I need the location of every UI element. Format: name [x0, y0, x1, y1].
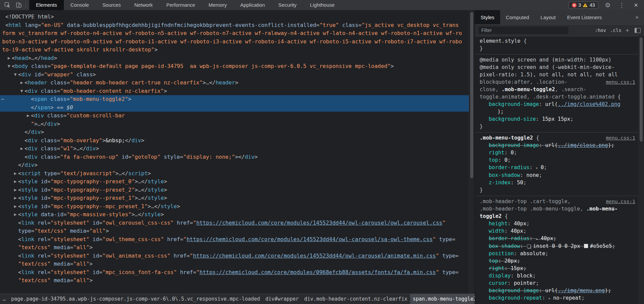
tab-application[interactable]: Application — [234, 0, 272, 10]
css-declaration[interactable]: cursor: pointer; — [480, 279, 639, 287]
dom-node-line[interactable]: form vc_transform wf-roboto-n4-active wf… — [0, 29, 469, 38]
settings-gear-icon[interactable]: ⚙ — [603, 0, 612, 10]
breadcrumb-overflow[interactable]: … — [0, 294, 8, 304]
css-declaration-overridden[interactable]: right: 15px; — [480, 265, 639, 272]
dom-node-line[interactable]: ">…</div> — [0, 120, 469, 128]
css-declaration[interactable]: height: 40px; — [480, 220, 639, 227]
issues-summary[interactable]: 3 ! 43 — [568, 1, 598, 9]
breadcrumb-item[interactable]: span.mob-menu-toggle2 — [410, 294, 475, 304]
sidebar-panel-toggle-icon[interactable] — [635, 28, 641, 33]
dom-node-line[interactable]: </div> — [0, 128, 469, 137]
css-selector-line[interactable]: element.style { — [480, 37, 639, 45]
css-declaration[interactable]: position: absolute; — [480, 250, 639, 257]
css-resource-link[interactable]: ../img/close.png — [558, 142, 608, 148]
tree-expand-arrow-icon[interactable]: ▶ — [13, 211, 18, 219]
dom-node-line[interactable]: <link rel="stylesheet" id="owl_animate_c… — [0, 252, 469, 260]
toggle-classes-button[interactable]: .cls — [610, 28, 621, 33]
tree-expand-arrow-icon[interactable]: ▶ — [13, 202, 18, 211]
dom-node-line[interactable]: <div class="mob-overlay">&nbsp;</div> — [0, 137, 469, 145]
dom-node-line[interactable]: ▶<style id="mpc-typography--mpc_preset_1… — [0, 202, 469, 211]
dom-node-line-selected[interactable]: </span> == $0 — [0, 104, 469, 112]
css-declaration[interactable]: background-repeat: ▸ no-repeat; — [480, 294, 639, 302]
tab-performance[interactable]: Performance — [160, 0, 202, 10]
breadcrumb-item[interactable]: div.mob-header-content.nz-clearfix — [301, 294, 410, 304]
css-declaration[interactable]: background-size: 15px 15px; — [480, 115, 639, 123]
dom-node-line[interactable]: "text/css" media="all"> — [0, 260, 469, 268]
sidebar-tab-computed[interactable]: Computed — [500, 10, 535, 24]
css-declaration[interactable]: border-radius: ▸ 0; — [480, 164, 639, 172]
tree-collapse-arrow-icon[interactable]: ▼ — [13, 71, 18, 79]
dom-node-line[interactable]: <div class="fa fa-chevron-up" id="gotoTo… — [0, 153, 469, 161]
css-declaration[interactable]: ); — [480, 108, 639, 115]
breadcrumb-item[interactable]: div#wrapper — [263, 294, 301, 304]
styles-filter-input[interactable]: Filter — [478, 27, 568, 34]
dom-node-line-selected[interactable]: ⋯<span class="mob-menu-toggle2"> — [0, 95, 469, 104]
node-options-dots-icon[interactable]: ⋯ — [1, 95, 4, 104]
sidebar-tab-styles[interactable]: Styles — [475, 10, 500, 24]
dom-node-line[interactable]: to-i9-active wf-active skrollr skrollr-d… — [0, 46, 469, 54]
close-devtools-icon[interactable]: × — [631, 0, 641, 10]
css-selector-line[interactable]: .mob-header-top .mob-menu-toggle, .mob-m… — [480, 205, 639, 213]
css-declaration-overridden[interactable]: top: 20px; — [480, 257, 639, 265]
breadcrumb-item[interactable]: page.page-id-34795.aa.wpb-js-composer.js… — [8, 294, 263, 304]
tree-expand-arrow-icon[interactable]: ▶ — [6, 54, 11, 63]
css-declaration[interactable]: z-index: 50; — [480, 179, 639, 186]
css-selector-line[interactable]: menu.css:1.mob-menu-toggle2 { — [480, 134, 639, 142]
dom-node-line[interactable]: boto-n3-active wf-roboto-n9-active wf-ro… — [0, 38, 469, 46]
elements-scrollbar-thumb[interactable] — [470, 12, 473, 178]
dom-node-line[interactable]: ▼<div id="wrapper" class> — [0, 71, 469, 79]
dom-node-line[interactable]: <!DOCTYPE html> — [0, 13, 469, 21]
toggle-hover-state-button[interactable]: :hov — [595, 28, 606, 33]
tab-network[interactable]: Network — [128, 0, 160, 10]
css-selector-line[interactable]: close, .mob-menu-toggle2, .search- — [480, 86, 639, 93]
dom-node-line[interactable]: ▶<style id="mpc-typography--preset_2">…<… — [0, 186, 469, 194]
tree-expand-arrow-icon[interactable]: ▶ — [26, 112, 31, 120]
dom-node-line[interactable]: type="text/css" media="all"> — [0, 227, 469, 235]
dom-node-line[interactable]: ▶<style id="mpc-typography--preset_1">…<… — [0, 194, 469, 202]
css-source-link[interactable]: menu.css:1 — [606, 134, 635, 142]
tree-expand-arrow-icon[interactable]: ▶ — [19, 79, 24, 87]
css-selector-line[interactable]: toggle.animated, .desk-cart-toggle.anima… — [480, 93, 639, 101]
tree-expand-arrow-icon[interactable]: ▶ — [13, 194, 18, 202]
tree-collapse-arrow-icon[interactable]: ▼ — [19, 87, 24, 96]
dom-node-line[interactable]: ▶<div class="w1">…</div> — [0, 145, 469, 153]
dom-node-line[interactable]: ▶<div class="custom-scroll-bar — [0, 112, 469, 120]
css-declaration[interactable]: display: block; — [480, 272, 639, 279]
tree-expand-arrow-icon[interactable]: ▶ — [13, 186, 18, 194]
css-resource-link[interactable]: ../img/menu.png — [558, 288, 605, 294]
css-selector-line[interactable]: toggle2 { — [480, 213, 639, 220]
css-selector-line[interactable]: menu.css:1blockqu​ote:after, .location- — [480, 78, 639, 86]
css-declaration-overridden[interactable]: background-image: url(../img/menu.png); — [480, 287, 639, 294]
elements-scrollbar[interactable] — [469, 10, 475, 294]
css-declaration[interactable]: right: 0; — [480, 149, 639, 156]
sidebar-tab-event-listeners[interactable]: Event Listeners — [561, 10, 607, 24]
dom-node-line[interactable]: "text/css" media="all"> — [0, 276, 469, 285]
sidebar-tab-layout[interactable]: Layout — [535, 10, 561, 24]
dom-node-line[interactable]: <link rel="stylesheet" id="mpc_icons_fon… — [0, 268, 469, 277]
dom-node-line[interactable]: ▶<style id="mpc-typography--preset_0">…<… — [0, 178, 469, 186]
shadow-editor-icon[interactable] — [527, 244, 531, 248]
styles-scrollbar[interactable] — [638, 36, 644, 304]
more-tabs-chevron-icon[interactable]: » — [630, 10, 644, 24]
tree-expand-arrow-icon[interactable]: ▶ — [13, 178, 18, 186]
dom-node-line[interactable]: <html lang="en-US" data-bubblesppbfhhgcd… — [0, 21, 469, 30]
tree-expand-arrow-icon[interactable]: ▶ — [13, 169, 18, 178]
tab-console[interactable]: Console — [64, 0, 96, 10]
css-declaration-overridden[interactable]: box-shadow: inset 0 0 0 2px #e5e5e5; — [480, 242, 639, 250]
css-declaration-overridden[interactable]: background-image: url(../img/close.png); — [480, 142, 639, 149]
tab-security[interactable]: Security — [272, 0, 303, 10]
dom-node-line[interactable]: ▶<header class="header mob-header cart-t… — [0, 79, 469, 87]
tab-memory[interactable]: Memory — [202, 0, 234, 10]
device-toolbar-icon[interactable] — [14, 0, 24, 10]
dom-node-line[interactable]: <link rel="stylesheet" id="owl_theme_css… — [0, 235, 469, 244]
css-declaration[interactable]: top: 0; — [480, 156, 639, 164]
dom-node-line[interactable]: ▶<style data-id="mpc-massive-styles">…</… — [0, 211, 469, 219]
inspect-element-icon[interactable] — [3, 0, 12, 10]
css-selector-line[interactable]: menu.css:1.mob-header-top .cart-toggle, — [480, 198, 639, 205]
more-options-dots-icon[interactable]: ⋮ — [617, 0, 627, 10]
css-declaration[interactable]: background-image: url(../img/close%402.p… — [480, 101, 639, 108]
dom-node-line[interactable]: "text/css" media="all"> — [0, 243, 469, 252]
color-swatch[interactable] — [584, 244, 588, 248]
css-declaration-overridden[interactable]: border-radius: ▸ 40px; — [480, 235, 639, 242]
tab-sources[interactable]: Sources — [96, 0, 128, 10]
